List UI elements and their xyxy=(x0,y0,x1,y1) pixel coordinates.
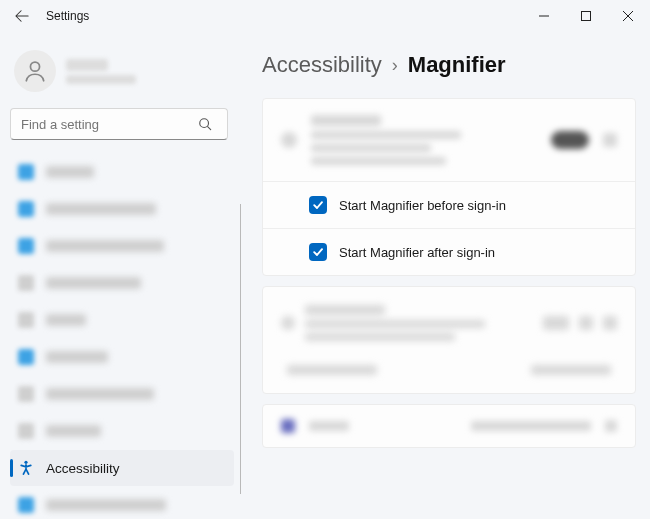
nav-list: Accessibility xyxy=(10,154,234,519)
sidebar-item[interactable] xyxy=(10,265,234,301)
sidebar-item[interactable] xyxy=(10,339,234,375)
accessibility-icon xyxy=(18,460,34,476)
sidebar-scrollbar[interactable] xyxy=(240,204,241,494)
maximize-icon xyxy=(581,11,591,21)
nav-icon-blurred xyxy=(18,423,34,439)
minimize-button[interactable] xyxy=(524,2,564,30)
option-label: Start Magnifier after sign-in xyxy=(339,245,495,260)
search-input[interactable] xyxy=(10,108,228,140)
sidebar-item[interactable] xyxy=(10,154,234,190)
setting-card: Start Magnifier before sign-in Start Mag… xyxy=(262,98,636,276)
nav-icon-blurred xyxy=(18,201,34,217)
titlebar: Settings xyxy=(0,0,650,32)
close-button[interactable] xyxy=(608,2,648,30)
close-icon xyxy=(623,11,633,21)
sidebar: Accessibility xyxy=(0,32,240,519)
breadcrumb: Accessibility › Magnifier xyxy=(262,52,636,78)
sidebar-item-label: Accessibility xyxy=(46,461,120,476)
maximize-button[interactable] xyxy=(566,2,606,30)
window-title: Settings xyxy=(46,9,89,23)
checkbox-before-signin[interactable] xyxy=(309,196,327,214)
sidebar-item[interactable] xyxy=(10,487,234,519)
page-title: Magnifier xyxy=(408,52,506,78)
arrow-left-icon xyxy=(15,9,29,23)
svg-point-3 xyxy=(24,461,27,464)
nav-icon-blurred xyxy=(18,497,34,513)
chevron-right-icon: › xyxy=(392,55,398,76)
sidebar-item[interactable] xyxy=(10,302,234,338)
search-container xyxy=(10,108,230,140)
settings-window: Settings xyxy=(0,0,650,519)
sidebar-item[interactable] xyxy=(10,376,234,412)
minimize-icon xyxy=(539,11,549,21)
setting-card-blurred xyxy=(262,404,636,448)
user-name-blurred xyxy=(66,59,108,71)
nav-icon-blurred xyxy=(18,238,34,254)
option-label: Start Magnifier before sign-in xyxy=(339,198,506,213)
setting-card-blurred xyxy=(262,286,636,394)
checkbox-after-signin[interactable] xyxy=(309,243,327,261)
nav-icon-blurred xyxy=(18,386,34,402)
sidebar-item[interactable] xyxy=(10,228,234,264)
check-icon xyxy=(312,246,324,258)
nav-icon-blurred xyxy=(18,312,34,328)
nav-icon-blurred xyxy=(18,349,34,365)
svg-point-1 xyxy=(30,62,39,71)
sidebar-item[interactable] xyxy=(10,191,234,227)
person-icon xyxy=(22,58,48,84)
user-account-row[interactable] xyxy=(10,44,234,106)
sidebar-item-accessibility[interactable]: Accessibility xyxy=(10,450,234,486)
user-email-blurred xyxy=(66,75,136,84)
avatar xyxy=(14,50,56,92)
svg-rect-0 xyxy=(582,12,591,21)
option-after-signin[interactable]: Start Magnifier after sign-in xyxy=(263,228,635,275)
option-before-signin[interactable]: Start Magnifier before sign-in xyxy=(263,181,635,228)
sidebar-item[interactable] xyxy=(10,413,234,449)
back-button[interactable] xyxy=(10,4,34,28)
nav-icon-blurred xyxy=(18,164,34,180)
card-header-blurred xyxy=(263,99,635,181)
main-content: Accessibility › Magnifier xyxy=(240,32,650,519)
nav-icon-blurred xyxy=(18,275,34,291)
check-icon xyxy=(312,199,324,211)
breadcrumb-parent[interactable]: Accessibility xyxy=(262,52,382,78)
